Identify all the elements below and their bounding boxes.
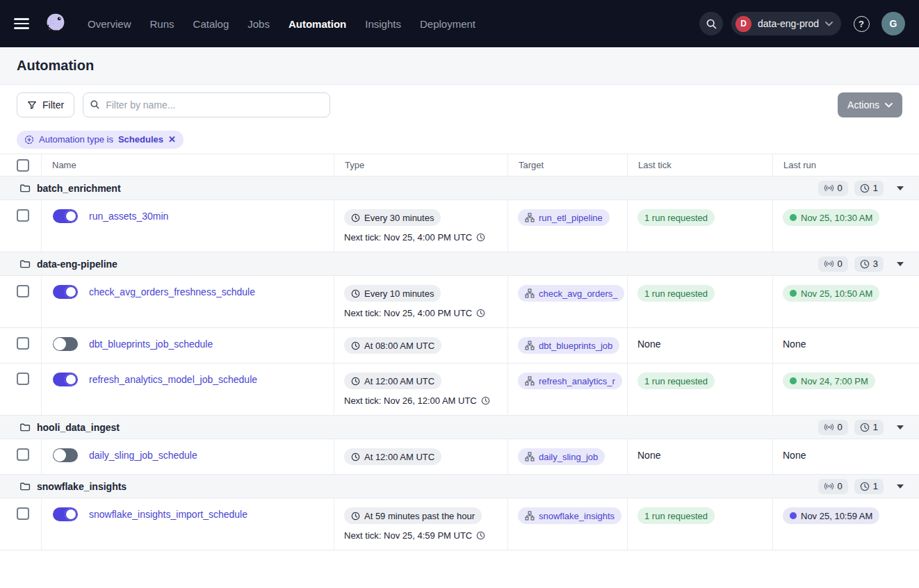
group-row[interactable]: data-eng-pipeline 0 3	[0, 252, 919, 276]
actions-button[interactable]: Actions	[838, 92, 902, 117]
nav-item-insights[interactable]: Insights	[365, 18, 401, 30]
deployment-name: data-eng-prod	[758, 18, 819, 29]
sensor-count-badge: 0	[818, 181, 848, 196]
type-cell: At 59 minutes past the hour Next tick: N…	[334, 498, 508, 550]
enable-toggle[interactable]	[53, 448, 78, 462]
help-button[interactable]: ?	[849, 12, 873, 35]
automation-name-link[interactable]: snowflake_insights_import_schedule	[89, 509, 247, 520]
target-label: daily_sling_job	[539, 452, 598, 462]
schedule-label: Every 30 minutes	[364, 213, 434, 223]
automation-row: daily_sling_job_schedule At 12:00 AM UTC…	[0, 439, 919, 475]
target-pill[interactable]: snowflake_insights	[518, 507, 621, 524]
row-checkbox[interactable]	[17, 448, 29, 461]
row-checkbox[interactable]	[17, 507, 29, 520]
enable-toggle[interactable]	[53, 209, 78, 223]
clock-icon	[351, 377, 360, 386]
folder-icon	[19, 422, 31, 433]
name-filter-input[interactable]	[83, 92, 330, 117]
target-pill[interactable]: run_etl_pipeline	[518, 209, 610, 226]
last-run-pill[interactable]: Nov 24, 7:00 PM	[783, 373, 875, 389]
schedule-pill: At 59 minutes past the hour	[344, 507, 482, 524]
schedule-pill: At 08:00 AM UTC	[344, 337, 441, 354]
clock-icon	[860, 183, 870, 193]
last-tick-pill[interactable]: 1 run requested	[637, 507, 715, 524]
automation-name-link[interactable]: daily_sling_job_schedule	[89, 450, 197, 461]
filter-button[interactable]: Filter	[17, 92, 74, 117]
target-pill[interactable]: dbt_blueprints_job	[518, 337, 619, 354]
last-run-none: None	[783, 338, 806, 350]
collapse-caret-icon[interactable]	[897, 484, 904, 489]
deployment-switcher[interactable]: D data-eng-prod	[731, 12, 841, 35]
user-avatar[interactable]: G	[881, 12, 905, 35]
nav-item-deployment[interactable]: Deployment	[420, 18, 475, 30]
last-tick-pill[interactable]: 1 run requested	[637, 209, 715, 226]
column-header-target: Target	[508, 154, 628, 176]
last-run-none: None	[783, 450, 806, 461]
nav-right: D data-eng-prod ? G	[699, 12, 905, 35]
group-row[interactable]: snowflake_insights 0 1	[0, 475, 919, 498]
nav-item-overview[interactable]: Overview	[88, 18, 131, 30]
collapse-caret-icon[interactable]	[897, 425, 904, 430]
automation-name-link[interactable]: check_avg_orders_freshness_schdule	[89, 286, 255, 297]
collapse-caret-icon[interactable]	[897, 186, 904, 190]
nav-item-jobs[interactable]: Jobs	[247, 18, 270, 30]
last-tick-pill[interactable]: 1 run requested	[637, 373, 715, 389]
target-cell: run_etl_pipeline	[508, 200, 628, 252]
row-checkbox[interactable]	[17, 209, 29, 222]
enable-toggle[interactable]	[53, 285, 78, 299]
target-pill[interactable]: daily_sling_job	[518, 448, 605, 465]
top-nav: OverviewRunsCatalogJobsAutomationInsight…	[0, 0, 919, 47]
clock-icon	[351, 289, 360, 298]
group-name: data-eng-pipeline	[37, 259, 117, 270]
name-cell: check_avg_orders_freshness_schdule	[42, 276, 334, 327]
schedule-pill: At 12:00 AM UTC	[344, 373, 441, 389]
target-cell: dbt_blueprints_job	[508, 328, 628, 363]
filter-button-label: Filter	[42, 99, 64, 111]
target-label: run_etl_pipeline	[539, 213, 603, 223]
enable-toggle[interactable]	[53, 373, 78, 386]
enable-toggle[interactable]	[53, 337, 78, 351]
row-checkbox[interactable]	[17, 337, 29, 350]
next-tick-text: Next tick: Nov 25, 4:59 PM UTC	[344, 530, 472, 541]
remove-filter-icon[interactable]: ✕	[168, 135, 176, 144]
type-cell: At 12:00 AM UTC Next tick: Nov 26, 12:00…	[334, 364, 508, 415]
filter-tag-prefix: Automation type is	[39, 134, 113, 145]
last-run-pill[interactable]: Nov 25, 10:50 AM	[783, 285, 879, 302]
actions-button-label: Actions	[847, 99, 879, 111]
last-run-cell: Nov 25, 10:50 AM	[773, 276, 919, 327]
target-pill[interactable]: check_avg_orders_	[518, 285, 624, 302]
clock-icon	[476, 531, 485, 540]
nav-item-automation[interactable]: Automation	[288, 18, 346, 30]
row-checkbox[interactable]	[17, 285, 29, 297]
last-run-pill[interactable]: Nov 25, 10:59 AM	[783, 507, 879, 524]
automation-type-filter-tag[interactable]: Automation type is Schedules ✕	[17, 131, 184, 149]
nav-item-catalog[interactable]: Catalog	[193, 18, 229, 30]
column-header-type: Type	[334, 154, 508, 176]
table-body: batch_enrichment 0 1 run_assets_30min	[0, 177, 919, 550]
dagster-logo[interactable]	[42, 10, 70, 38]
group-row[interactable]: hooli_data_ingest 0 1	[0, 416, 919, 439]
chevron-down-icon	[885, 103, 893, 108]
enable-toggle[interactable]	[53, 507, 78, 521]
row-checkbox[interactable]	[17, 373, 29, 385]
row-checkbox-cell	[0, 328, 42, 363]
select-all-checkbox[interactable]	[17, 159, 29, 172]
search-button[interactable]	[699, 12, 723, 35]
schedule-label: Every 10 minutes	[364, 288, 434, 299]
automation-name-link[interactable]: run_assets_30min	[89, 211, 168, 222]
target-label: dbt_blueprints_job	[539, 341, 612, 351]
automation-name-link[interactable]: dbt_blueprints_job_schedule	[89, 338, 213, 350]
group-row[interactable]: batch_enrichment 0 1	[0, 177, 919, 200]
row-checkbox-cell	[0, 276, 42, 327]
last-run-pill[interactable]: Nov 25, 10:30 AM	[783, 209, 879, 226]
job-graph-icon	[525, 452, 535, 462]
target-label: refresh_analytics_r	[539, 376, 615, 386]
automation-name-link[interactable]: refresh_analytics_model_job_schedule	[89, 374, 257, 385]
last-tick-pill[interactable]: 1 run requested	[637, 285, 715, 302]
target-pill[interactable]: refresh_analytics_r	[518, 373, 622, 389]
next-tick-text: Next tick: Nov 26, 12:00 AM UTC	[344, 395, 477, 406]
nav-item-runs[interactable]: Runs	[150, 18, 174, 30]
collapse-caret-icon[interactable]	[897, 262, 904, 266]
next-tick-text: Next tick: Nov 25, 4:00 PM UTC	[344, 232, 472, 243]
menu-icon[interactable]	[14, 16, 32, 31]
